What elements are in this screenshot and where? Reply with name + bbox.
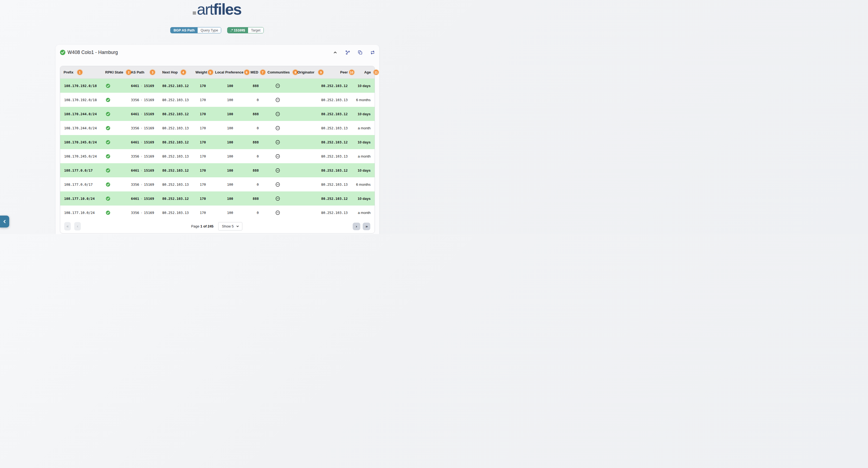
as-path-hop: 15169 [144,154,154,158]
local-preference-value: 100 [227,211,233,215]
local-preference-value: 100 [227,183,233,187]
result-card: W408 Colo1 - Hamburg Prefix 1 RPKI State… [56,45,379,234]
prefix-cell: 108.177.10.0/24 [60,206,102,220]
first-page-button[interactable]: « [64,222,71,230]
rpki-state-cell [102,135,130,149]
weight-value: 170 [200,211,206,215]
prefix-value: 108.177.0.0/17 [64,168,93,173]
next-hop-cell: 80.252.103.13 [154,177,189,191]
target-chip[interactable]: .* 15169$ Target [227,27,264,33]
as-path-hop: 15169 [144,84,154,88]
weight-value: 170 [200,126,206,130]
communities-ellipsis-icon[interactable] [275,112,280,116]
target-label: Target [248,27,264,33]
age-cell: a month [354,206,375,220]
page-value: 1 of 245 [200,224,213,228]
weight-value: 170 [200,98,206,102]
next-hop-cell: 80.252.103.12 [154,107,189,121]
weight-value: 170 [200,168,206,173]
rpki-state-cell [102,191,130,206]
card-toolbar [333,50,375,55]
page-size-select[interactable]: Show 5 [218,222,242,230]
chevron-left-icon: ‹ [77,224,78,229]
weight-cell: 170 [189,177,209,191]
next-hop-cell: 80.252.103.12 [154,135,189,149]
originator-cell [290,191,320,206]
collapse-button[interactable] [333,50,338,55]
rpki-valid-icon [106,154,110,159]
age-value: a month [358,126,371,130]
as-path-separator-icon: › [141,211,142,214]
column-number-badge: 11 [374,70,379,75]
column-header-med: MED 7 [244,66,260,79]
next-page-button[interactable]: › [353,223,360,230]
next-hop-value: 80.252.103.13 [162,98,189,102]
status-ok-icon [60,50,66,55]
communities-ellipsis-icon[interactable] [275,98,280,102]
as-path-cell: 3356›15169 [130,121,154,135]
repeat-icon [370,50,375,55]
top-bar: artfiles [0,0,434,17]
peer-value: 80.252.103.13 [321,126,348,130]
communities-cell [260,163,290,177]
as-path-hop: 3356 [131,98,139,102]
as-path-separator-icon: › [141,98,142,101]
refresh-button[interactable] [370,50,375,55]
topology-button[interactable] [345,50,350,55]
query-type-chip[interactable]: BGP AS Path Query Type [170,27,221,33]
med-value: 0 [257,126,259,130]
local-preference-value: 100 [227,196,233,201]
as-path-hop: 6461 [131,84,139,88]
sidebar-expand-button[interactable] [0,216,9,227]
table-row: 108.170.245.0/24 6461›15169 80.252.103.1… [60,135,375,149]
copy-button[interactable] [358,50,363,55]
communities-ellipsis-icon[interactable] [275,84,280,88]
prefix-value: 108.170.192.0/18 [64,84,97,88]
prefix-cell: 108.177.0.0/17 [60,177,102,191]
med-cell: 0 [244,149,260,163]
rpki-state-cell [102,163,130,177]
column-header-prefix: Prefix 1 [60,66,102,79]
prefix-cell: 108.177.10.0/24 [60,191,102,206]
column-label: AS Path [131,70,145,74]
as-path-hop: 3356 [131,211,139,215]
previous-page-button[interactable]: ‹ [74,222,81,230]
logo-dot [193,11,196,14]
med-value: 888 [253,84,259,88]
column-number-badge: 10 [349,70,354,75]
communities-ellipsis-icon[interactable] [275,196,280,201]
table-body: 108.170.192.0/18 6461›15169 80.252.103.1… [60,79,375,220]
column-number-badge: 4 [181,70,186,75]
column-label: RPKI State [105,70,123,74]
last-page-button[interactable]: » [363,223,370,230]
local-preference-cell: 100 [209,121,244,135]
table-row: 108.170.244.0/24 6461›15169 80.252.103.1… [60,107,375,121]
communities-ellipsis-icon[interactable] [275,168,280,173]
weight-cell: 170 [189,79,209,93]
age-value: 10 days [358,112,371,116]
prefix-cell: 108.177.0.0/17 [60,163,102,177]
communities-ellipsis-icon[interactable] [275,140,280,145]
as-path-hop: 6461 [131,112,139,116]
prefix-value: 108.170.245.0/24 [64,140,97,144]
next-hop-value: 80.252.103.12 [162,84,189,88]
next-hop-value: 80.252.103.13 [162,211,189,215]
age-value: 10 days [358,196,371,201]
med-value: 0 [257,183,259,187]
chevron-right-icon: › [356,224,357,228]
card-header: W408 Colo1 - Hamburg [60,48,375,57]
page-size-value: Show 5 [222,224,234,228]
communities-ellipsis-icon[interactable] [275,126,280,130]
age-value: 6 months [356,98,371,102]
local-preference-cell: 100 [209,163,244,177]
med-cell: 0 [244,121,260,135]
local-preference-value: 100 [227,154,233,158]
next-hop-value: 80.252.103.12 [162,168,189,173]
communities-ellipsis-icon[interactable] [275,210,280,215]
peer-cell: 80.252.103.12 [320,135,354,149]
as-path-separator-icon: › [141,141,142,144]
communities-ellipsis-icon[interactable] [275,154,280,159]
page-indicator: Page 1 of 245 [191,224,213,228]
peer-value: 80.252.103.13 [321,211,348,215]
communities-ellipsis-icon[interactable] [275,182,280,187]
